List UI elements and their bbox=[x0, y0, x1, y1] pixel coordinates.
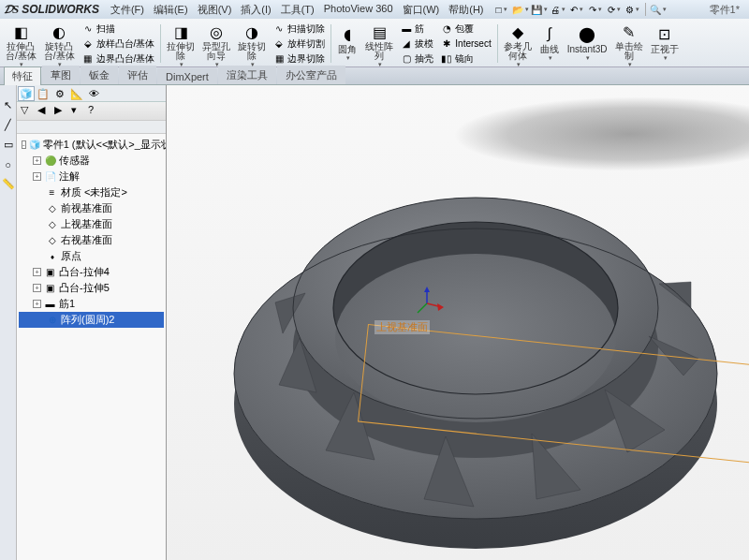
sketch-rect-button[interactable]: ▭ bbox=[1, 138, 15, 152]
select-button[interactable]: ↖ bbox=[1, 98, 15, 112]
tab-渲染工具[interactable]: 渲染工具 bbox=[218, 66, 276, 84]
curves-button[interactable]: ∫曲线 bbox=[536, 21, 564, 66]
sweep-cut-button[interactable]: ∿扫描切除 bbox=[272, 22, 327, 36]
tab-DimXpert[interactable]: DimXpert bbox=[157, 68, 217, 84]
fillet-button[interactable]: ◖圆角 bbox=[333, 21, 361, 66]
menu-3[interactable]: 插入(I) bbox=[237, 2, 274, 18]
loft-cut-button[interactable]: ⬙放样切割 bbox=[272, 37, 327, 51]
tab-钣金[interactable]: 钣金 bbox=[81, 66, 118, 84]
rib-button[interactable]: ▬筋 bbox=[399, 22, 435, 36]
loft-button[interactable]: ⬙放样凸台/基体 bbox=[81, 37, 157, 51]
expander-icon[interactable]: + bbox=[33, 268, 41, 276]
new-button[interactable]: □ bbox=[493, 2, 510, 17]
refgeom-button[interactable]: ◆参考几 何体 bbox=[500, 21, 536, 66]
tree-node-front-plane[interactable]: ◇前视基准面 bbox=[19, 200, 164, 216]
tree-label: 右视基准面 bbox=[61, 233, 112, 247]
tree-node-rib1[interactable]: +▬筋1 bbox=[19, 296, 164, 312]
sweep-button[interactable]: ∿扫描 bbox=[81, 22, 157, 36]
boundary-cut-button[interactable]: ▦边界切除 bbox=[272, 52, 327, 66]
instant3d-icon: ⬤ bbox=[577, 23, 597, 44]
wrap-button[interactable]: ◔包覆 bbox=[439, 22, 492, 36]
tab-办公室产品[interactable]: 办公室产品 bbox=[277, 66, 345, 84]
viewport-3d[interactable]: 上视基准面 bbox=[167, 85, 749, 560]
command-tabs: 特征草图钣金评估DimXpert渲染工具办公室产品 bbox=[0, 67, 749, 85]
tab-草图[interactable]: 草图 bbox=[42, 66, 80, 84]
save-button[interactable]: 💾 bbox=[531, 2, 548, 17]
panel-back-button[interactable]: ◀ bbox=[37, 104, 51, 118]
tab-评估[interactable]: 评估 bbox=[119, 66, 156, 84]
norview-button[interactable]: ⊡正视于 bbox=[647, 21, 683, 66]
sketch-circle-button[interactable]: ○ bbox=[1, 157, 15, 171]
revolve-boss-button[interactable]: ◐旋转凸 台/基体 bbox=[40, 21, 79, 66]
ribbon-sub-label: 放样凸台/基体 bbox=[96, 37, 155, 51]
ribbon-sub-label: 放样切割 bbox=[287, 37, 325, 51]
expander-icon[interactable]: + bbox=[33, 300, 41, 308]
quickdim-button[interactable]: ✎单击绘 制 bbox=[611, 21, 647, 66]
shell-button[interactable]: ▢抽壳 bbox=[399, 52, 435, 66]
sketch-line-button[interactable]: ╱ bbox=[1, 118, 15, 132]
tree-node-annotations[interactable]: +📄注解 bbox=[19, 169, 164, 184]
extrude-cut-button[interactable]: ◨拉伸切 除 bbox=[163, 21, 198, 66]
open-button[interactable]: 📂 bbox=[512, 2, 529, 17]
tree-node-origin[interactable]: ⬧原点 bbox=[19, 248, 164, 264]
tree-node-top-plane[interactable]: ◇上视基准面 bbox=[19, 216, 164, 232]
redo-button[interactable]: ↷ bbox=[587, 2, 604, 17]
revolve-boss-icon: ◐ bbox=[49, 23, 69, 41]
revolve-cut-button[interactable]: ◑旋转切 除 bbox=[234, 21, 270, 66]
extrude-boss-button[interactable]: ◧拉伸凸 台/基体 bbox=[2, 21, 40, 66]
hole-button[interactable]: ◎异型孔 向导 bbox=[198, 21, 234, 66]
panel-help-button[interactable]: ? bbox=[88, 104, 102, 118]
menu-5[interactable]: PhotoView 360 bbox=[320, 2, 397, 18]
instant3d-button[interactable]: ⬤Instant3D bbox=[564, 21, 611, 66]
tree-label: 筋1 bbox=[59, 297, 75, 311]
panel-forward-button[interactable]: ▶ bbox=[54, 104, 68, 118]
front-plane-icon: ◇ bbox=[46, 202, 58, 214]
boundary-icon: ▦ bbox=[82, 53, 94, 65]
print-button[interactable]: 🖨 bbox=[550, 2, 566, 17]
search-button[interactable]: 🔍 bbox=[650, 2, 667, 17]
menu-0[interactable]: 文件(F) bbox=[107, 2, 148, 18]
tree-node-root[interactable]: -🧊零件1 (默认<<默认>_显示状态 bbox=[19, 137, 164, 153]
measure-button[interactable]: 📏 bbox=[1, 177, 15, 191]
expander-icon[interactable]: + bbox=[33, 172, 41, 181]
ribbon: ◧拉伸凸 台/基体◐旋转凸 台/基体∿扫描⬙放样凸台/基体▦边界凸台/基体◨拉伸… bbox=[0, 19, 749, 67]
options-button[interactable]: ⚙ bbox=[624, 2, 641, 17]
expander-icon[interactable]: + bbox=[33, 284, 41, 292]
config-tab[interactable]: ⚙ bbox=[51, 86, 68, 101]
intersect-icon: ✱ bbox=[441, 38, 452, 50]
pattern-button[interactable]: ▤线性阵 列 bbox=[361, 21, 397, 66]
tab-特征[interactable]: 特征 bbox=[4, 66, 41, 85]
tree-node-sensors[interactable]: +🟢传感器 bbox=[19, 153, 164, 169]
draft-button[interactable]: ◢拔模 bbox=[399, 37, 435, 51]
panel-dropdown-button[interactable]: ▾ bbox=[71, 104, 85, 118]
undo-button[interactable]: ↶ bbox=[568, 2, 585, 17]
tree-node-extrude4[interactable]: +▣凸台-拉伸4 bbox=[19, 264, 164, 280]
tree-node-circpattern2[interactable]: ⊕阵列(圆周)2 bbox=[19, 312, 164, 328]
mirror-button[interactable]: ▮▯镜向 bbox=[439, 52, 492, 66]
tree-node-extrude5[interactable]: +▣凸台-拉伸5 bbox=[19, 280, 164, 296]
menu-7[interactable]: 帮助(H) bbox=[445, 2, 487, 18]
property-tab[interactable]: 📋 bbox=[35, 86, 51, 101]
document-title: 零件1* bbox=[710, 3, 740, 17]
menu-2[interactable]: 视图(V) bbox=[194, 2, 236, 18]
norview-icon: ⊡ bbox=[654, 23, 675, 44]
menu-4[interactable]: 工具(T) bbox=[277, 2, 318, 18]
refgeom-icon: ◆ bbox=[507, 23, 528, 41]
tree-node-right-plane[interactable]: ◇右视基准面 bbox=[19, 232, 164, 248]
boundary-button[interactable]: ▦边界凸台/基体 bbox=[81, 52, 157, 66]
plane-label: 上视基准面 bbox=[374, 320, 430, 334]
menu-1[interactable]: 编辑(E) bbox=[150, 2, 192, 18]
extrude-boss-icon: ◧ bbox=[10, 23, 31, 41]
tree-node-material[interactable]: ≡材质 <未指定> bbox=[19, 184, 164, 200]
intersect-button[interactable]: ✱Intersect bbox=[439, 37, 492, 51]
logo-ds-icon: 𝓓S bbox=[4, 2, 19, 17]
rebuild-button[interactable]: ⟳ bbox=[606, 2, 623, 17]
menu-6[interactable]: 窗口(W) bbox=[399, 2, 444, 18]
panel-filter-button[interactable]: ▽ bbox=[21, 104, 35, 118]
dimxpert-tab[interactable]: 📐 bbox=[68, 86, 85, 101]
display-tab[interactable]: 👁 bbox=[85, 86, 102, 101]
expander-icon[interactable]: + bbox=[33, 156, 41, 165]
feature-tree-tab[interactable]: 🧊 bbox=[18, 86, 35, 101]
expander-icon[interactable]: - bbox=[22, 140, 26, 149]
shell-icon: ▢ bbox=[401, 53, 412, 65]
